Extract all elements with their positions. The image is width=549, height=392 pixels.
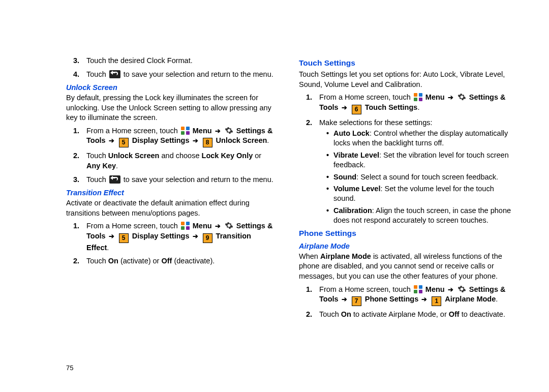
- svg-point-3: [461, 288, 463, 290]
- svg-point-1: [228, 225, 230, 227]
- arrow-icon: ➔: [342, 295, 347, 303]
- step-text: Touch: [86, 152, 108, 160]
- step-number: 1.: [73, 221, 79, 231]
- menu-label: Menu: [193, 127, 212, 135]
- arrow-icon: ➔: [193, 232, 198, 240]
- clock-format-steps: 3. Touch the desired Clock Format. 4. To…: [73, 56, 273, 79]
- list-item: 4. Touch to save your selection and retu…: [73, 70, 273, 80]
- step-text: Touch: [86, 257, 108, 265]
- arrow-icon: ➔: [109, 137, 114, 144]
- step-text: Touch the desired Clock Format.: [86, 56, 193, 65]
- list-item: 3. Touch to save your selection and retu…: [73, 175, 273, 185]
- number-box-1: 1: [432, 296, 441, 306]
- menu-icon: [181, 127, 190, 135]
- intro-text: Activate or deactivate the default anima…: [66, 198, 273, 218]
- left-column: 3. Touch the desired Clock Format. 4. To…: [66, 56, 273, 372]
- menu-label: Menu: [193, 222, 212, 230]
- step-number: 4.: [73, 70, 79, 80]
- list-item: 2. Touch Unlock Screen and choose Lock K…: [73, 151, 273, 171]
- phone-settings-label: Phone Settings: [365, 295, 419, 303]
- svg-point-2: [461, 96, 463, 98]
- step-number: 2.: [73, 256, 79, 266]
- airplane-mode-label: Airplane Mode: [445, 295, 496, 303]
- step-number: 2.: [306, 118, 312, 128]
- list-item: Calibration: Align the touch screen, in …: [326, 206, 511, 225]
- list-item: 2. Make selections for these settings: A…: [306, 118, 511, 225]
- settings-bullet-list: Auto Lock: Control whether the display a…: [326, 129, 511, 225]
- transition-steps: 1. From a Home screen, touch Menu ➔ Sett…: [73, 221, 273, 266]
- menu-icon: [181, 222, 190, 230]
- list-item: Vibrate Level: Set the vibration level f…: [326, 150, 511, 170]
- heading-phone-settings: Phone Settings: [299, 229, 511, 238]
- right-column: Touch Settings Touch Settings let you se…: [299, 56, 511, 372]
- step-text: From a Home screen, touch: [86, 127, 180, 135]
- arrow-icon: ➔: [421, 295, 427, 303]
- menu-label: Menu: [425, 285, 445, 293]
- step-number: 1.: [306, 285, 312, 295]
- step-number: 1.: [73, 126, 79, 136]
- menu-icon: [414, 285, 422, 293]
- arrow-icon: ➔: [448, 286, 453, 293]
- step-number: 3.: [73, 175, 79, 185]
- menu-label: Menu: [425, 93, 445, 101]
- intro-text: By default, pressing the Lock key illumi…: [66, 93, 273, 123]
- gear-icon: [458, 93, 466, 101]
- subheading-airplane: Airplane Mode: [299, 242, 511, 250]
- step-text: From a Home screen, touch: [319, 93, 413, 101]
- svg-point-0: [228, 129, 230, 131]
- step-number: 3.: [73, 56, 79, 66]
- back-icon: [109, 70, 120, 78]
- list-item: 1. From a Home screen, touch Menu ➔ Sett…: [73, 126, 273, 148]
- gear-icon: [225, 221, 233, 230]
- back-icon: [109, 175, 120, 184]
- step-text: to save your selection and return to the…: [124, 175, 273, 184]
- unlock-screen-steps: 1. From a Home screen, touch Menu ➔ Sett…: [73, 126, 273, 185]
- page-number: 75: [66, 364, 73, 372]
- arrow-icon: ➔: [193, 137, 198, 144]
- list-item: 2. Touch On to activate Airplane Mode, o…: [306, 310, 511, 320]
- step-text: Touch: [86, 175, 108, 184]
- arrow-icon: ➔: [109, 232, 114, 240]
- gear-icon: [225, 126, 233, 135]
- list-item: 2. Touch On (activate) or Off (deactivat…: [73, 256, 273, 266]
- list-item: 1. From a Home screen, touch Menu ➔ Sett…: [306, 93, 511, 114]
- menu-icon: [414, 93, 422, 101]
- unlock-screen-label: Unlock Screen: [216, 136, 267, 144]
- intro-text: When Airplane Mode is activated, all wir…: [299, 252, 511, 282]
- step-number: 1.: [306, 93, 312, 103]
- number-box-8: 8: [203, 138, 212, 147]
- list-item: 1. From a Home screen, touch Menu ➔ Sett…: [73, 221, 273, 253]
- arrow-icon: ➔: [215, 222, 221, 230]
- list-item: Sound: Select a sound for touch screen f…: [326, 172, 511, 182]
- number-box-6: 6: [352, 105, 361, 114]
- step-text: Make selections for these settings:: [319, 118, 432, 127]
- gear-icon: [458, 285, 466, 293]
- step-number: 2.: [306, 310, 312, 320]
- list-item: Auto Lock: Control whether the display a…: [326, 129, 511, 148]
- airplane-steps: 1. From a Home screen, touch Menu ➔ Sett…: [306, 285, 511, 320]
- step-text: Touch: [86, 70, 108, 78]
- touch-settings-label: Touch Settings: [365, 103, 418, 111]
- list-item: 1. From a Home screen, touch Menu ➔ Sett…: [306, 285, 511, 307]
- arrow-icon: ➔: [448, 94, 453, 101]
- number-box-9: 9: [203, 233, 212, 243]
- step-text: Touch: [319, 310, 341, 318]
- step-number: 2.: [73, 151, 79, 161]
- list-item: Volume Level: Set the volume level for t…: [326, 184, 511, 203]
- number-box-5: 5: [119, 138, 129, 147]
- step-text: to save your selection and return to the…: [124, 70, 273, 78]
- intro-text: Touch Settings let you set options for: …: [299, 70, 511, 89]
- heading-touch-settings: Touch Settings: [299, 58, 511, 68]
- display-settings-label: Display Settings: [132, 136, 190, 144]
- step-text: From a Home screen, touch: [319, 285, 413, 293]
- subheading-transition: Transition Effect: [66, 189, 273, 197]
- display-settings-label: Display Settings: [132, 232, 190, 240]
- manual-page: 3. Touch the desired Clock Format. 4. To…: [0, 0, 549, 392]
- arrow-icon: ➔: [342, 104, 347, 111]
- number-box-7: 7: [352, 296, 361, 306]
- arrow-icon: ➔: [215, 127, 221, 135]
- touch-settings-steps: 1. From a Home screen, touch Menu ➔ Sett…: [306, 93, 511, 225]
- list-item: 3. Touch the desired Clock Format.: [73, 56, 273, 66]
- number-box-5: 5: [119, 233, 129, 243]
- step-text: From a Home screen, touch: [86, 222, 180, 230]
